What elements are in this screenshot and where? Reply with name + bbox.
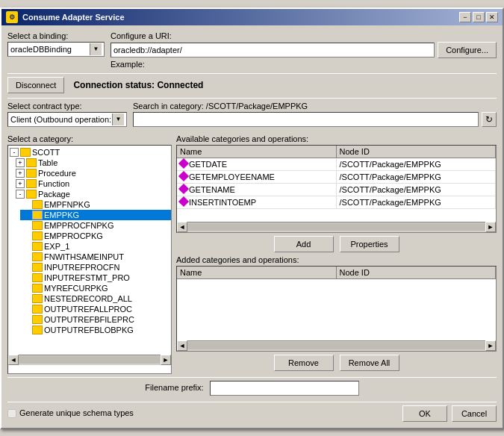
- folder-icon-table: [26, 158, 37, 167]
- tree-item-emppkg[interactable]: EMPPKG: [20, 210, 171, 220]
- available-hscroll[interactable]: ◄ ►: [177, 222, 496, 232]
- tree-item-table[interactable]: + Table: [14, 158, 171, 168]
- connection-status-row: Disconnect Connection status: Connected: [7, 77, 497, 93]
- folder-icon-inputrefprocfn: [32, 263, 43, 272]
- tree-item-exp1[interactable]: EXP_1: [20, 241, 171, 252]
- main-area: Select a category: - SCOTT +: [7, 134, 497, 374]
- tree-item-myrefcurpkg[interactable]: MYREFCURPKG: [20, 283, 171, 293]
- tree-item-outputrefblobpkg[interactable]: OUTPUTREFBLOBPKG: [20, 325, 171, 335]
- add-button[interactable]: Add: [274, 236, 334, 252]
- minimize-button[interactable]: −: [459, 12, 471, 22]
- tree-label-emppkg: EMPPKG: [44, 211, 79, 219]
- properties-button[interactable]: Properties: [340, 236, 399, 252]
- generate-label: Generate unique schema types: [19, 408, 134, 417]
- refresh-button[interactable]: ↻: [482, 112, 497, 127]
- diamond-icon: [178, 184, 189, 194]
- separator-3: [7, 377, 497, 378]
- table-cell-nodeid: /SCOTT/Package/EMPPKG: [337, 196, 497, 208]
- folder-icon-empfnpkg: [32, 200, 43, 209]
- checkbox-row: Generate unique schema types: [7, 408, 134, 419]
- folder-icon-exp1: [32, 242, 43, 251]
- category-label: Select a category:: [7, 134, 172, 143]
- table-row[interactable]: GETENAME /SCOTT/Package/EMPPKG: [177, 184, 496, 196]
- remove-all-button[interactable]: Remove All: [340, 355, 399, 371]
- binding-group: Select a binding: oracleDBBinding ▼: [7, 31, 105, 57]
- diamond-icon: [178, 196, 189, 207]
- search-input[interactable]: [133, 112, 479, 127]
- tree-item-function[interactable]: + Function: [14, 178, 171, 189]
- tree-scroll[interactable]: - SCOTT + Table +: [8, 146, 171, 355]
- contract-arrow-icon[interactable]: ▼: [112, 113, 124, 125]
- added-table: Name Node ID ◄ ►: [176, 266, 497, 352]
- folder-icon-myrefcurpkg: [32, 284, 43, 293]
- expand-icon-table[interactable]: +: [16, 158, 25, 167]
- tree-label-package: Package: [38, 190, 70, 199]
- tree-hscroll-left[interactable]: ◄: [8, 355, 19, 365]
- tree-hscroll[interactable]: ◄ ►: [8, 355, 171, 365]
- table-row[interactable]: INSERTINTOEMP /SCOTT/Package/EMPPKG: [177, 196, 496, 209]
- expand-icon-procedure[interactable]: +: [16, 169, 25, 178]
- folder-icon-outputrefblobpkg: [32, 326, 43, 334]
- tree-label-outputrefbfile: OUTPUTREFBFILEPRC: [44, 315, 134, 324]
- ok-button[interactable]: OK: [402, 405, 447, 422]
- tree-item-outputrefallproc[interactable]: OUTPUTREFALLPROC: [20, 304, 171, 314]
- tree-item-inputrefprocfn[interactable]: INPUTREFPROCFN: [20, 262, 171, 272]
- table-row[interactable]: GETEMPLOYEENAME /SCOTT/Package/EMPPKG: [177, 171, 496, 184]
- tree-item-outputrefbfile[interactable]: OUTPUTREFBFILEPRC: [20, 314, 171, 325]
- tree-label-table: Table: [38, 158, 57, 167]
- right-panel: Available categories and operations: Nam…: [176, 134, 497, 374]
- tree-item-empprocfnpkg[interactable]: EMPPROCFNPKG: [20, 220, 171, 231]
- table-cell-nodeid: /SCOTT/Package/EMPPKG: [337, 158, 497, 170]
- ok-cancel-row: OK Cancel: [402, 405, 497, 422]
- tree-item-empprocpkg[interactable]: EMPPROCPKG: [20, 231, 171, 241]
- binding-arrow-icon[interactable]: ▼: [90, 43, 102, 55]
- tree-label-empprocfnpkg: EMPPROCFNPKG: [44, 221, 114, 230]
- cancel-button[interactable]: Cancel: [452, 405, 497, 422]
- tree-item-procedure[interactable]: + Procedure: [14, 168, 171, 178]
- tree-item-inputrefstmt[interactable]: INPUTREFSTMT_PRO: [20, 272, 171, 283]
- added-table-body[interactable]: [177, 279, 496, 340]
- tree-item-fnwithsame[interactable]: FNWITHSAMEINPUT: [20, 252, 171, 262]
- available-hscroll-left[interactable]: ◄: [177, 222, 187, 232]
- folder-icon-fnwithsame: [32, 252, 43, 261]
- generate-checkbox[interactable]: [7, 409, 16, 418]
- expand-icon-scott[interactable]: -: [10, 148, 19, 157]
- close-button[interactable]: ✕: [486, 12, 498, 22]
- remove-button[interactable]: Remove: [274, 355, 334, 371]
- uri-group: Configure a URI: Configure... Example:: [111, 31, 497, 69]
- filename-input[interactable]: [210, 381, 359, 396]
- added-hscroll[interactable]: ◄ ►: [177, 340, 496, 351]
- configure-button[interactable]: Configure...: [438, 42, 497, 58]
- tree-hscroll-right[interactable]: ►: [161, 355, 171, 365]
- separator-4: [7, 402, 497, 402]
- tree-item-package[interactable]: - Package: [14, 189, 171, 199]
- available-table-body[interactable]: GETDATE /SCOTT/Package/EMPPKG GETEMPLOYE…: [177, 158, 496, 222]
- tree-item-scott[interactable]: - SCOTT: [8, 147, 171, 158]
- window-title: Consume Adapter Service: [22, 13, 125, 22]
- added-hscroll-left[interactable]: ◄: [177, 340, 187, 351]
- contract-group: Select contract type: Client (Outbound o…: [7, 102, 127, 127]
- binding-combo[interactable]: oracleDBBinding ▼: [7, 42, 105, 57]
- added-hscroll-right[interactable]: ►: [485, 340, 496, 351]
- tree-container: - SCOTT + Table +: [7, 145, 172, 374]
- diamond-icon: [178, 171, 189, 181]
- binding-uri-row: Select a binding: oracleDBBinding ▼ Conf…: [7, 31, 497, 69]
- tree-item-nestedrecord[interactable]: NESTEDRECORD_ALL: [20, 293, 171, 304]
- available-hscroll-right[interactable]: ►: [485, 222, 496, 232]
- expand-icon-function[interactable]: +: [16, 179, 25, 188]
- table-cell-nodeid: /SCOTT/Package/EMPPKG: [337, 184, 497, 196]
- uri-label: Configure a URI:: [111, 31, 497, 40]
- connection-status: Connection status: Connected: [73, 80, 203, 90]
- contract-combo[interactable]: Client (Outbound operation: ▼: [7, 112, 127, 127]
- uri-input[interactable]: [111, 43, 435, 57]
- expand-icon-package[interactable]: -: [16, 190, 25, 199]
- available-name-header: Name: [177, 146, 337, 158]
- disconnect-button[interactable]: Disconnect: [7, 77, 64, 93]
- table-row[interactable]: GETDATE /SCOTT/Package/EMPPKG: [177, 158, 496, 171]
- folder-icon-inputrefstmt: [32, 273, 43, 282]
- maximize-button[interactable]: □: [473, 12, 485, 22]
- tree-item-empfnpkg[interactable]: EMPFNPKG: [20, 199, 171, 210]
- table-cell-nodeid: /SCOTT/Package/EMPPKG: [337, 171, 497, 183]
- search-label: Search in category: /SCOTT/Package/EMPPK…: [133, 102, 497, 110]
- binding-value: oracleDBBinding: [10, 45, 72, 54]
